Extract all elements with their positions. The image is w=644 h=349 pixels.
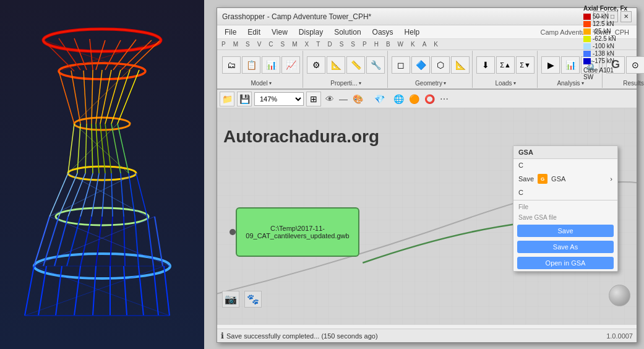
tl-w[interactable]: W <box>396 40 405 48</box>
navigation-ball[interactable] <box>609 285 630 306</box>
geom-icon-3[interactable]: ⬡ <box>431 56 450 74</box>
tl-h[interactable]: H <box>372 40 380 48</box>
tl-m2[interactable]: M <box>290 40 299 48</box>
watermark: Autorachadura.org <box>223 127 379 147</box>
loads-icon-1[interactable]: ⬇ <box>476 56 495 74</box>
menu-view[interactable]: View <box>267 27 293 38</box>
dash-icon[interactable]: — <box>337 93 350 105</box>
more-icon[interactable]: ⋯ <box>438 93 450 105</box>
toolbar-label-model[interactable]: Model ▾ <box>247 79 274 88</box>
menu-solution[interactable]: Solution <box>329 27 366 38</box>
eye-icon[interactable]: 👁 <box>324 93 336 105</box>
toolbar-group-properties: ⚙ 📐 📏 🔧 Properti... ▾ <box>304 51 388 88</box>
toolbar-group-model: 🗂 📋 📊 📈 Model ▾ <box>220 51 303 88</box>
menu-edit[interactable]: Edit <box>243 27 265 38</box>
analysis-icon-2[interactable]: 📊 <box>561 56 580 74</box>
tl-t[interactable]: T <box>314 40 322 48</box>
folder-btn[interactable]: 📁 <box>220 92 234 106</box>
tl-s4[interactable]: S <box>349 40 357 48</box>
gem-icon[interactable]: 💎 <box>372 93 387 105</box>
camera-icon[interactable]: 📷 <box>222 291 239 308</box>
circle-icon[interactable]: ⭕ <box>423 93 437 105</box>
zoom-select[interactable]: 147% 100% 75% 50% <box>254 92 304 106</box>
prop-icon-2[interactable]: 📐 <box>327 56 345 74</box>
gsa-icon: G <box>538 174 547 184</box>
prop-icon-4[interactable]: 🔧 <box>366 56 385 74</box>
status-icon: ℹ <box>221 331 224 340</box>
tl-x[interactable]: X <box>303 40 311 48</box>
loads-icon-2[interactable]: Σ▲ <box>496 56 515 74</box>
orange-ball-icon[interactable]: 🟠 <box>407 93 421 105</box>
model-icon-3[interactable]: 📊 <box>262 56 280 74</box>
prop-icon-1[interactable]: ⚙ <box>307 56 325 74</box>
tl-p[interactable]: P <box>220 40 228 48</box>
legend-title: Axial Force, Fx <box>583 5 639 12</box>
toolbar-group-geometry: ◻ 🔷 ⬡ 📐 Geometry ▾ <box>389 51 473 88</box>
menu-bar: File Edit View Display Solution Oasys He… <box>217 25 637 39</box>
geom-icon-2[interactable]: 🔷 <box>411 56 430 74</box>
window-title: Grasshopper - Camp Adventure Tower_CPH* <box>222 12 371 21</box>
geom-icon-1[interactable]: ◻ <box>392 56 410 74</box>
grasshopper-window: Grasshopper - Camp Adventure Tower_CPH* … <box>217 7 637 343</box>
node-box[interactable]: C:\Temp\2017-11-09_CAT_cantilevers_updat… <box>236 207 359 257</box>
tl-m[interactable]: M <box>231 40 240 48</box>
tl-p2[interactable]: P <box>361 40 369 48</box>
menu-display[interactable]: Display <box>294 27 328 38</box>
tl-b[interactable]: B <box>384 40 392 48</box>
legend-items: 50 kN 12.5 kN -25 kN -62.5 kN -100 kN -1… <box>583 13 639 64</box>
geom-icon-4[interactable]: 📐 <box>451 56 470 74</box>
zoom-fit-btn[interactable]: ⊞ <box>306 92 321 106</box>
settings-icon[interactable]: 🐾 <box>244 291 262 308</box>
ctx-item-c2[interactable]: C <box>513 186 617 199</box>
tl-s2[interactable]: S <box>279 40 287 48</box>
address-bar: 📁 💾 147% 100% 75% 50% ⊞ 👁 — 🎨 💎 🌐 🟠 ⭕ ⋯ <box>217 90 637 108</box>
ball-icon[interactable]: 🌐 <box>392 93 406 105</box>
menu-file[interactable]: File <box>220 27 241 38</box>
tl-c[interactable]: C <box>267 40 275 48</box>
ctx-divider <box>513 200 617 200</box>
view-icons: 👁 — 🎨 💎 🌐 🟠 ⭕ ⋯ <box>324 93 450 105</box>
tl-k[interactable]: K <box>409 40 417 48</box>
toolbar-group-loads: ⬇ Σ▲ Σ▼ Loads ▾ <box>474 51 538 88</box>
loads-icon-3[interactable]: Σ▼ <box>516 56 535 74</box>
status-message: Save successfully completed... (150 seco… <box>226 332 378 340</box>
ctx-save-as-button[interactable]: Save As <box>517 241 614 253</box>
toolbar-label-geometry[interactable]: Geometry ▾ <box>412 79 449 88</box>
model-icon-2[interactable]: 📋 <box>242 56 260 74</box>
toolbar-label-properties[interactable]: Properti... ▾ <box>327 79 364 88</box>
save-btn[interactable]: 💾 <box>237 92 252 106</box>
tl-s1[interactable]: S <box>244 40 252 48</box>
model-icon-1[interactable]: 🗂 <box>222 56 241 74</box>
status-bar: ℹ Save successfully completed... (150 se… <box>217 329 637 342</box>
analysis-icon-1[interactable]: ▶ <box>541 56 560 74</box>
status-left: ℹ Save successfully completed... (150 se… <box>221 331 378 340</box>
model-icon-4[interactable]: 📈 <box>281 56 300 74</box>
ctx-item-c1[interactable]: C <box>513 159 617 171</box>
toolbar-label-analysis[interactable]: Analysis ▾ <box>554 79 586 88</box>
menu-help[interactable]: Help <box>400 27 425 38</box>
title-bar: Grasshopper - Camp Adventure Tower_CPH* … <box>217 8 637 25</box>
axial-force-legend: Axial Force, Fx 50 kN 12.5 kN -25 kN -62… <box>583 5 639 80</box>
tower-visualization <box>0 0 204 349</box>
prop-icon-3[interactable]: 📏 <box>346 56 365 74</box>
tl-d[interactable]: D <box>325 40 333 48</box>
tl-k2[interactable]: K <box>432 40 440 48</box>
tl-a[interactable]: A <box>421 40 429 48</box>
tl-v[interactable]: V <box>255 40 264 48</box>
node-left-connector <box>230 229 236 235</box>
toolbar-label-loads[interactable]: Loads ▾ <box>492 79 518 88</box>
tl-s3[interactable]: S <box>338 40 346 48</box>
canvas-area[interactable]: Autorachadura.org C:\Temp\2017-11-09_CAT… <box>217 108 637 325</box>
ctx-file-label: File <box>513 202 617 212</box>
status-version: 1.0.0007 <box>606 332 633 340</box>
node-text: C:\Temp\2017-11-09_CAT_cantilevers_updat… <box>239 225 356 239</box>
ctx-open-gsa-button[interactable]: Open in GSA <box>517 257 614 269</box>
ctx-header: GSA <box>513 146 617 159</box>
ctx-save-button[interactable]: Save <box>517 225 614 237</box>
ctx-item-save[interactable]: Save G GSA › <box>513 171 617 186</box>
menu-oasys[interactable]: Oasys <box>367 27 398 38</box>
legend-case: Case A101 SW <box>583 67 639 80</box>
toolbar-letters-row: P M S V C S M X T D S S P H B W K A K <box>217 39 637 50</box>
paint-icon[interactable]: 🎨 <box>351 93 365 105</box>
context-menu: GSA C Save G GSA › C File Save GSA file … <box>513 145 618 272</box>
